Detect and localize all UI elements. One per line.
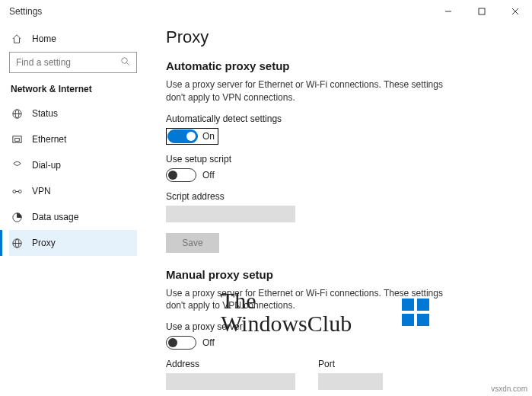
- nav-item-label: VPN: [32, 186, 51, 196]
- use-proxy-toggle[interactable]: [166, 336, 196, 350]
- nav-item-proxy[interactable]: Proxy: [9, 230, 137, 256]
- manual-section-title: Manual proxy setup: [166, 268, 517, 281]
- auto-detect-state: On: [202, 131, 215, 142]
- sidebar: Home Network & Internet Status Ethernet: [0, 23, 145, 396]
- use-script-state: Off: [202, 170, 215, 180]
- auto-section-title: Automatic proxy setup: [166, 59, 517, 72]
- nav-item-label: Data usage: [32, 212, 78, 222]
- dialup-icon: [11, 160, 23, 171]
- search-input-container[interactable]: [9, 52, 137, 73]
- nav-item-datausage[interactable]: Data usage: [9, 204, 137, 230]
- use-script-label: Use setup script: [166, 154, 517, 164]
- app-title: Settings: [9, 6, 42, 17]
- nav-item-dialup[interactable]: Dial-up: [9, 152, 137, 178]
- category-heading: Network & Internet: [11, 84, 137, 94]
- source-text: vsxdn.com: [491, 385, 527, 393]
- svg-point-4: [122, 57, 128, 63]
- auto-detect-toggle-highlight: On: [166, 128, 218, 145]
- maximize-button[interactable]: [465, 0, 499, 23]
- nav-item-vpn[interactable]: VPN: [9, 178, 137, 204]
- use-proxy-state: Off: [202, 337, 215, 348]
- svg-rect-1: [479, 8, 485, 14]
- nav-item-status[interactable]: Status: [9, 101, 137, 126]
- nav-item-label: Ethernet: [32, 134, 66, 145]
- search-input[interactable]: [16, 57, 115, 68]
- address-input: [166, 373, 295, 390]
- window-controls: [432, 0, 532, 23]
- script-address-input: [166, 206, 295, 222]
- use-proxy-label: Use a proxy server: [166, 321, 517, 332]
- home-label: Home: [32, 34, 56, 44]
- port-label: Port: [318, 359, 383, 369]
- auto-detect-label: Automatically detect settings: [166, 113, 517, 124]
- home-nav[interactable]: Home: [9, 29, 137, 52]
- address-label: Address: [166, 359, 295, 369]
- save-button: Save: [166, 233, 219, 253]
- proxy-icon: [11, 238, 23, 249]
- svg-rect-10: [14, 138, 19, 141]
- auto-description: Use a proxy server for Ethernet or Wi-Fi…: [166, 78, 455, 104]
- nav-item-ethernet[interactable]: Ethernet: [9, 126, 137, 152]
- nav-item-label: Status: [32, 108, 58, 119]
- svg-point-12: [18, 190, 21, 193]
- close-button[interactable]: [499, 0, 532, 23]
- search-icon: [121, 57, 130, 69]
- auto-detect-toggle[interactable]: [167, 129, 198, 143]
- title-bar: Settings: [0, 0, 532, 23]
- vpn-icon: [11, 186, 23, 197]
- main-content: Proxy Automatic proxy setup Use a proxy …: [145, 23, 532, 396]
- status-icon: [11, 108, 23, 120]
- script-address-label: Script address: [166, 191, 517, 202]
- datausage-icon: [11, 212, 23, 223]
- nav-item-label: Proxy: [32, 238, 56, 248]
- svg-line-5: [127, 62, 129, 65]
- nav-item-label: Dial-up: [32, 160, 61, 171]
- svg-point-11: [12, 190, 15, 193]
- use-script-toggle[interactable]: [166, 168, 196, 182]
- home-icon: [11, 34, 23, 44]
- minimize-button[interactable]: [432, 0, 465, 23]
- manual-description: Use a proxy server for Ethernet or Wi-Fi…: [166, 287, 455, 313]
- port-input: [318, 373, 383, 390]
- nav-list: Status Ethernet Dial-up VPN: [9, 101, 137, 256]
- page-title: Proxy: [166, 27, 517, 47]
- svg-rect-9: [12, 136, 21, 142]
- ethernet-icon: [11, 134, 23, 145]
